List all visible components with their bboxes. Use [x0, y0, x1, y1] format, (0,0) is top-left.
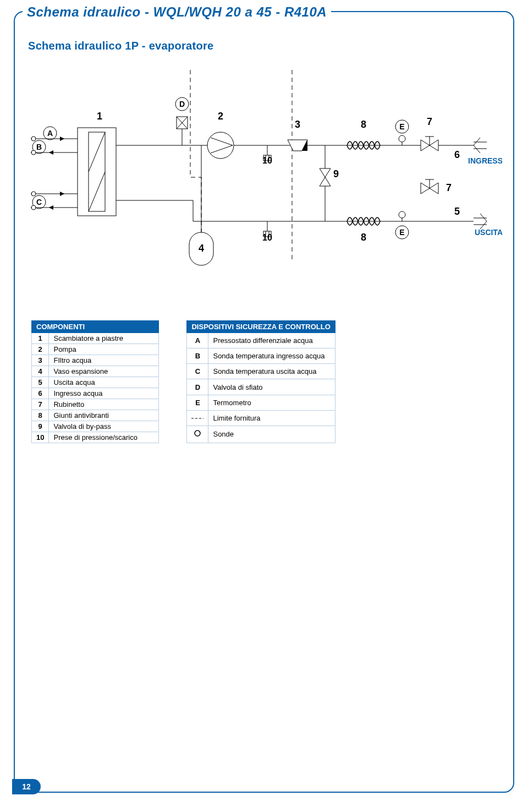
- page-number: 12: [22, 782, 31, 791]
- svg-text:9: 9: [333, 168, 339, 179]
- title-bar: Schema idraulico - WQL/WQH 20 a 45 - R41…: [23, 4, 331, 20]
- svg-marker-53: [430, 140, 438, 151]
- table-row: 8Giunti antivibranti: [32, 410, 159, 421]
- svg-text:C: C: [36, 198, 42, 206]
- row-key: B: [187, 348, 208, 364]
- table-row: 10Prese di pressione/scarico: [32, 432, 159, 443]
- svg-point-11: [31, 192, 36, 196]
- dispositivi-header: DISPOSITIVI SICUREZZA E CONTROLLO: [187, 321, 335, 333]
- row-desc: Rubinetto: [49, 399, 159, 410]
- svg-marker-44: [320, 168, 331, 177]
- dispositivi-table: DISPOSITIVI SICUREZZA E CONTROLLO APress…: [186, 320, 335, 443]
- table-row: Sonde: [187, 426, 335, 443]
- page-frame: Schema idraulico - WQL/WQH 20 a 45 - R41…: [14, 11, 514, 793]
- svg-point-70: [399, 211, 405, 218]
- row-key: [187, 410, 208, 426]
- table-row: 9Valvola di by-pass: [32, 421, 159, 432]
- row-key: 2: [32, 344, 49, 355]
- row-key: 7: [32, 399, 49, 410]
- svg-point-84: [195, 430, 200, 436]
- table-row: Limite fornitura: [187, 410, 335, 426]
- svg-marker-17: [49, 205, 53, 210]
- svg-text:E: E: [399, 228, 404, 237]
- table-row: 2Pompa: [32, 344, 159, 355]
- row-desc: Termometro: [208, 395, 335, 410]
- svg-marker-14: [60, 137, 64, 141]
- circle-icon: [194, 429, 201, 437]
- hydraulic-diagram: A B C 1: [28, 67, 502, 287]
- svg-point-48: [399, 135, 405, 142]
- row-desc: Giunti antivibranti: [49, 410, 159, 421]
- table-row: 5Uscita acqua: [32, 377, 159, 388]
- svg-text:8: 8: [361, 119, 366, 130]
- svg-text:1: 1: [97, 111, 102, 122]
- row-key: 8: [32, 410, 49, 421]
- svg-text:10: 10: [262, 156, 272, 165]
- svg-text:D: D: [179, 100, 185, 108]
- table-row: 4Vaso espansione: [32, 366, 159, 377]
- componenti-header: COMPONENTI: [32, 321, 159, 333]
- svg-text:A: A: [47, 129, 53, 138]
- table-row: APressostato differenziale acqua: [187, 333, 335, 348]
- row-key: 5: [32, 377, 49, 388]
- dash-icon: [191, 416, 204, 421]
- row-key: 9: [32, 421, 49, 432]
- row-key: 3: [32, 355, 49, 366]
- row-key: 10: [32, 432, 49, 443]
- row-key: [187, 426, 208, 443]
- row-key: A: [187, 333, 208, 348]
- svg-text:4: 4: [199, 243, 204, 254]
- svg-text:7: 7: [446, 182, 452, 193]
- row-desc: Valvola di sfiato: [208, 379, 335, 395]
- table-row: BSonda temperatura ingresso acqua: [187, 348, 335, 364]
- svg-text:8: 8: [361, 232, 366, 243]
- table-row: CSonda temperatura uscita acqua: [187, 364, 335, 379]
- svg-text:10: 10: [262, 233, 272, 242]
- row-desc: FIltro acqua: [49, 355, 159, 366]
- svg-text:5: 5: [454, 206, 460, 217]
- row-desc: Uscita acqua: [49, 377, 159, 388]
- table-row: ETermometro: [187, 395, 335, 410]
- row-desc: Ingresso acqua: [49, 388, 159, 399]
- row-key: 6: [32, 388, 49, 399]
- row-key: 4: [32, 366, 49, 377]
- row-key: E: [187, 395, 208, 410]
- svg-text:INGRESSO: INGRESSO: [468, 156, 502, 165]
- svg-point-13: [31, 205, 36, 210]
- svg-text:E: E: [399, 122, 404, 131]
- row-key: 1: [32, 333, 49, 344]
- page-number-badge: 12: [12, 779, 41, 794]
- row-desc: Pressostato differenziale acqua: [208, 333, 335, 348]
- row-desc: Limite fornitura: [208, 410, 335, 426]
- svg-text:USCITA: USCITA: [475, 228, 502, 237]
- svg-text:7: 7: [427, 116, 432, 127]
- page-title: Schema idraulico - WQL/WQH 20 a 45 - R41…: [27, 4, 327, 19]
- svg-text:3: 3: [295, 119, 300, 130]
- row-desc: Scambiatore a piastre: [49, 333, 159, 344]
- row-desc: Valvola di by-pass: [49, 421, 159, 432]
- svg-point-30: [207, 132, 234, 159]
- table-row: 7Rubinetto: [32, 399, 159, 410]
- svg-text:B: B: [36, 143, 42, 151]
- table-row: 1Scambiatore a piastre: [32, 333, 159, 344]
- svg-point-5: [31, 137, 36, 141]
- row-key: C: [187, 364, 208, 379]
- svg-rect-19: [89, 132, 105, 211]
- table-row: 6Ingresso acqua: [32, 388, 159, 399]
- row-desc: Sonde: [208, 426, 335, 443]
- row-desc: Vaso espansione: [49, 366, 159, 377]
- svg-marker-15: [49, 150, 53, 155]
- svg-marker-74: [421, 183, 430, 194]
- svg-marker-45: [320, 177, 331, 186]
- legend-tables: COMPONENTI 1Scambiatore a piastre2Pompa3…: [31, 320, 336, 443]
- row-desc: Prese di pressione/scarico: [49, 432, 159, 443]
- svg-marker-52: [421, 140, 430, 151]
- row-key: D: [187, 379, 208, 395]
- svg-text:2: 2: [218, 111, 223, 122]
- svg-point-7: [31, 150, 36, 155]
- table-row: DValvola di sfiato: [187, 379, 335, 395]
- row-desc: Pompa: [49, 344, 159, 355]
- table-row: 3FIltro acqua: [32, 355, 159, 366]
- page-subtitle: Schema idraulico 1P - evaporatore: [28, 40, 213, 52]
- row-desc: Sonda temperatura ingresso acqua: [208, 348, 335, 364]
